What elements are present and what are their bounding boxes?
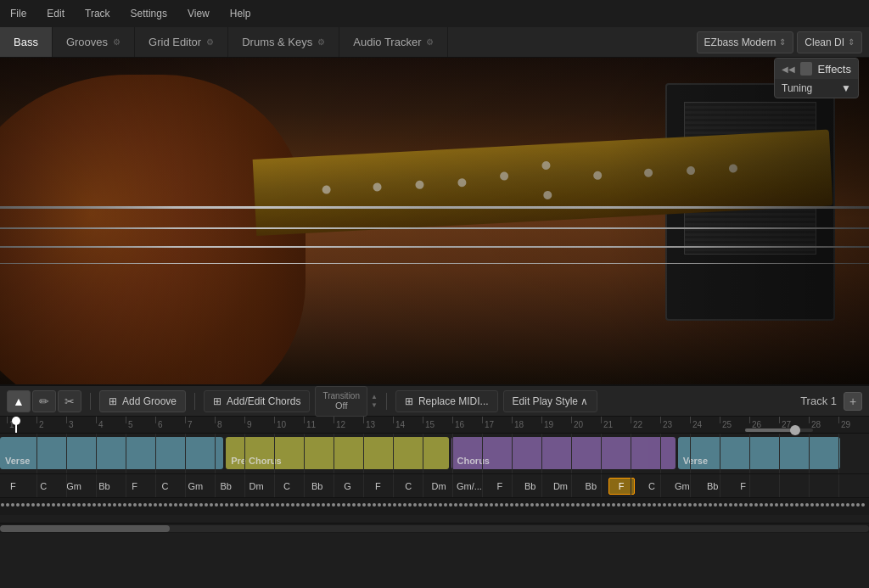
playhead[interactable] [15,417,17,433]
chord-cell-2[interactable]: Gm [61,478,87,495]
mini-roll-dot [673,503,676,507]
mini-roll-dot [765,503,768,507]
mini-roll-dot [210,503,213,507]
chord-cell-14[interactable]: Dm [426,478,452,495]
back-arrow-icon[interactable]: ◀◀ [782,64,795,74]
chord-cell-10[interactable]: Bb [304,478,330,495]
edit-play-style-button[interactable]: Edit Play Style ∧ [503,390,598,412]
mini-roll-dot [98,503,101,507]
mini-roll-dot [250,503,254,507]
effects-icon [800,62,812,76]
mini-roll-dot [749,503,753,507]
tab-bar: Bass Grooves ⚙ Grid Editor ⚙ Drums & Key… [0,27,869,58]
chord-cell-13[interactable]: C [395,478,422,495]
replace-midi-button[interactable]: ⊞ Replace MIDI... [395,390,498,412]
tab-icon-grid: ⚙ [206,37,214,47]
menu-view[interactable]: View [184,6,213,21]
chord-cell-7[interactable]: Bb [213,478,239,495]
chord-icon: ⊞ [213,395,221,407]
tab-grid-editor[interactable]: Grid Editor ⚙ [135,27,228,57]
mini-roll-dot [541,503,544,507]
mini-roll-dot [841,503,844,507]
chord-cell-24[interactable]: F [730,478,756,495]
mini-roll-dot [739,503,743,507]
mini-roll-dot [205,503,208,507]
menu-help[interactable]: Help [227,6,255,21]
instrument-preset-selector[interactable]: EZbass Modern ⇕ [697,31,794,53]
mini-roll-dot [586,503,590,507]
channel-preset-selector[interactable]: Clean DI ⇕ [797,31,862,53]
menu-edit[interactable]: Edit [43,6,68,21]
transition-arrows[interactable]: ▲ ▼ [371,393,378,409]
chord-cell-23[interactable]: Bb [699,478,726,495]
segment-prechorus[interactable]: Pre Chorus [226,437,449,469]
playhead-handle[interactable] [12,417,20,425]
segment-verse2[interactable]: Verse [678,437,840,469]
transition-selector[interactable]: Transition Off ▲ ▼ [315,386,377,417]
mini-roll-dot [861,503,865,507]
mini-roll-dot [505,503,508,507]
menu-track[interactable]: Track [81,6,114,21]
menu-settings[interactable]: Settings [127,6,171,21]
tab-bass[interactable]: Bass [0,27,53,57]
scrollbar-thumb[interactable] [0,525,170,532]
horizontal-scrollbar[interactable] [0,523,869,533]
tab-audio-tracker[interactable]: Audio Tracker ⚙ [339,27,448,57]
segment-chorus[interactable]: Chorus [451,437,675,469]
mini-roll-dot [67,503,70,507]
chord-cell-15[interactable]: Gm/... [457,478,483,495]
mini-roll-dot [367,503,371,507]
mini-roll-dot [138,503,142,507]
pencil-tool-button[interactable]: ✏ [32,390,56,412]
chord-cell-9[interactable]: C [274,478,300,495]
chord-cell-18[interactable]: Dm [547,478,574,495]
add-groove-button[interactable]: ⊞ Add Groove [99,390,186,412]
sequencer-toolbar: ▲ ✏ ✂ ⊞ Add Groove ⊞ Add/Edit Chords Tra… [0,386,869,417]
add-track-button[interactable]: + [844,392,862,411]
chord-cell-22[interactable]: Gm [669,478,695,495]
mini-roll-dot [525,503,529,507]
transition-down-icon[interactable]: ▼ [371,401,378,409]
mini-roll-dot [678,503,681,507]
mini-roll-dot [1,503,4,507]
mini-roll-dot [719,503,722,507]
mini-roll-dot [429,503,432,507]
ruler-mark-5: 5 [126,417,133,433]
chord-cell-8[interactable]: Dm [244,478,270,495]
chord-cell-0[interactable]: F [0,478,26,495]
volume-slider[interactable] [745,428,813,432]
chord-cell-1[interactable]: C [31,478,57,495]
select-tool-button[interactable]: ▲ [7,390,31,412]
transition-up-icon[interactable]: ▲ [371,393,378,400]
bass-guitar-image [0,58,869,414]
grid-line [304,434,305,473]
ruler-mark-10: 10 [274,417,286,433]
preset-arrows-icon: ⇕ [779,37,786,47]
tab-drums-keys[interactable]: Drums & Keys ⚙ [228,27,339,57]
menu-file[interactable]: File [7,6,30,21]
mini-roll-dot [194,503,198,507]
add-edit-chords-button[interactable]: ⊞ Add/Edit Chords [204,390,310,412]
mini-roll-dot [31,503,35,507]
mini-roll-dot [383,503,386,507]
grid-line [36,434,37,473]
tab-grooves[interactable]: Grooves ⚙ [53,27,135,57]
chord-cell-11[interactable]: G [334,478,361,495]
tracks-area: VersePre ChorusChorusVerse FCGmBbFCGmBbD… [0,434,869,523]
mini-roll-dot [357,503,361,507]
chord-cell-12[interactable]: F [365,478,391,495]
scissors-tool-button[interactable]: ✂ [58,390,81,412]
mini-roll-dot [276,503,279,507]
mini-roll-dot [26,503,30,507]
segment-verse1[interactable]: Verse [0,437,223,469]
ruler-mark-24: 24 [690,417,702,433]
chord-cell-6[interactable]: Gm [182,478,209,495]
ruler-mark-22: 22 [631,417,642,433]
chord-cell-16[interactable]: F [486,478,513,495]
tuning-row[interactable]: Tuning ▼ [775,79,858,98]
mini-roll-dot [286,503,289,507]
volume-knob[interactable] [790,425,800,435]
chord-cell-17[interactable]: Bb [517,478,543,495]
mini-roll-dot [413,503,417,507]
mini-roll-dot [230,503,233,507]
